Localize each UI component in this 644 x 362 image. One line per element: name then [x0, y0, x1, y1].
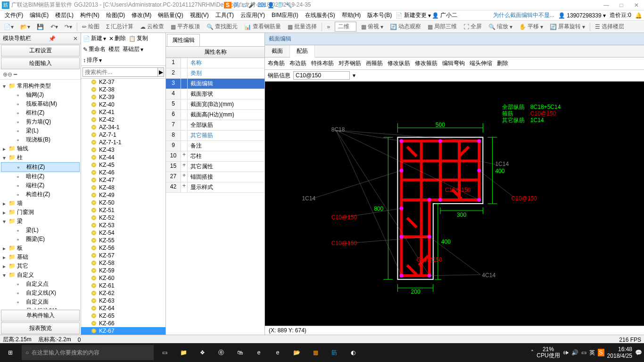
tree-item[interactable]: ▫端柱(Z)	[1, 181, 80, 190]
ie-icon[interactable]: e	[270, 345, 286, 361]
copy-component-button[interactable]: 📋复制	[129, 34, 148, 42]
local-3d-button[interactable]: ▦ 局部三维	[426, 22, 459, 32]
file-explorer-icon[interactable]: 📁	[175, 345, 191, 361]
component-row[interactable]: KZ-45	[81, 161, 165, 169]
menu-draw[interactable]: 绘图(D)	[103, 10, 128, 20]
component-row[interactable]: KZ-53	[81, 222, 165, 229]
nav-tree[interactable]: ▾ 📁 常用构件类型▫轴网(J)▫筏板基础(M)▫框柱(Z)▫剪力墙(Q)▫梁(…	[0, 80, 81, 309]
ime-bar[interactable]: S 英 ☺ 🎤 ⌨ 👤 👕 🔧	[224, 1, 292, 9]
tree-item[interactable]: ▫暗柱(Z)	[1, 172, 80, 181]
tree-group[interactable]: ▾ 📁 梁	[1, 217, 80, 226]
coin-label[interactable]: 造价豆:0	[610, 11, 631, 19]
tree-group[interactable]: ▸ 📁 板	[1, 244, 80, 253]
component-row[interactable]: KZ-59	[81, 267, 165, 274]
rebar-align-button[interactable]: 对齐钢筋	[339, 59, 361, 67]
tree-group[interactable]: ▸ 📁 其它	[1, 262, 80, 271]
menu-version[interactable]: 版本号(B)	[364, 10, 395, 20]
close-button[interactable]: ✕	[631, 2, 642, 8]
component-row[interactable]: KZ-61	[81, 282, 165, 289]
open-file-icon[interactable]: 📂▾	[18, 23, 32, 31]
new-file-icon[interactable]: 📄▾	[2, 23, 16, 31]
floor-combo[interactable]: 楼层	[108, 45, 120, 53]
dynamic-view-button[interactable]: 🔄 动态观察	[388, 22, 423, 32]
component-row[interactable]: KZ-52	[81, 214, 165, 222]
component-row[interactable]: KZ-39	[81, 93, 165, 101]
rebar-special-button[interactable]: 特殊布筋	[311, 59, 334, 67]
flat-top-button[interactable]: ▦ 平齐板顶	[169, 22, 202, 32]
start-button[interactable]: ⊞	[2, 344, 19, 361]
minimize-button[interactable]: —	[601, 2, 612, 8]
app-icon-2[interactable]: 📂	[289, 345, 305, 361]
component-row[interactable]: KZ-44	[81, 154, 165, 161]
edge2-icon[interactable]: e	[251, 345, 267, 361]
rebar-end-extend-button[interactable]: 端头伸缩	[470, 59, 492, 67]
app-icon-4[interactable]: 筋	[326, 345, 342, 361]
tree-group[interactable]: ▾ 📁 自定义	[1, 271, 80, 280]
acc-single-input[interactable]: 单构件输入	[1, 310, 80, 321]
component-row[interactable]: KZ-47	[81, 176, 165, 184]
app-icon-1[interactable]: ❖	[194, 345, 210, 361]
component-row[interactable]: KZ-42	[81, 116, 165, 123]
chevrons-icon[interactable]: »	[325, 23, 332, 31]
tree-item[interactable]: ▫剪力墙(Q)	[1, 117, 80, 126]
search-input[interactable]	[83, 67, 158, 77]
component-row[interactable]: AZ-34-1	[81, 123, 165, 131]
tray-up-icon[interactable]: ˄	[531, 349, 534, 356]
property-row[interactable]: 5截面宽(B边)(mm)	[166, 99, 264, 110]
ime-keyboard-icon[interactable]: ⌨	[257, 2, 265, 8]
app-icon-5[interactable]: ◐	[345, 345, 361, 361]
property-row[interactable]: 7全部纵筋	[166, 120, 264, 131]
cloud-check-button[interactable]: ☁ 云检查	[138, 22, 166, 32]
view-rebar-button[interactable]: 📊 查看钢筋量	[242, 22, 283, 32]
tree-item[interactable]: ▫尺寸标注(W)	[1, 306, 80, 309]
property-row[interactable]: 10+芯柱	[166, 151, 264, 162]
property-row[interactable]: 15+其它属性	[166, 162, 264, 172]
menu-edit[interactable]: 编辑(E)	[27, 10, 51, 20]
property-row[interactable]: 6截面高(H边)(mm)	[166, 110, 264, 120]
property-row[interactable]: 8其它箍筋	[166, 131, 264, 141]
component-row[interactable]: KZ-66	[81, 320, 165, 327]
new-change-button[interactable]: 📄新建变更 ▾	[396, 11, 431, 19]
pan-button[interactable]: ✋ 平移 ▾	[517, 22, 545, 32]
ime-mic-icon[interactable]: 🎤	[248, 2, 256, 8]
property-row[interactable]: 3截面编辑	[166, 79, 264, 89]
tree-group[interactable]: ▸ 📁 基础	[1, 253, 80, 262]
menu-floor[interactable]: 楼层(L)	[52, 10, 76, 20]
draw-button[interactable]: ✏ 绘图	[80, 22, 101, 32]
tree-item[interactable]: ▫自定义点	[1, 280, 80, 288]
component-row[interactable]: KZ-41	[81, 108, 165, 116]
acc-draw-input[interactable]: 绘图输入	[1, 58, 80, 69]
rebar-modify-long-button[interactable]: 修改纵筋	[388, 59, 410, 67]
rebar-corner-button[interactable]: 布角筋	[268, 59, 285, 67]
property-row[interactable]: 4截面形状	[166, 89, 264, 99]
component-row[interactable]: KZ-50	[81, 199, 165, 206]
user-label[interactable]: 👤广小二	[432, 11, 457, 19]
component-row[interactable]: KZ-37	[81, 78, 165, 86]
redo-icon[interactable]: ↷▾	[63, 23, 74, 31]
undo-icon[interactable]: ↶▾	[49, 23, 60, 31]
volume-icon[interactable]: 🔊	[571, 349, 578, 356]
tree-item[interactable]: ▫框柱(Z)	[1, 162, 80, 172]
rebar-modify-stirrup-button[interactable]: 修改箍筋	[415, 59, 438, 67]
component-row[interactable]: KZ-57	[81, 252, 165, 259]
sogou-icon[interactable]: S	[224, 2, 231, 8]
tip-link[interactable]: 为什么截面编辑中不显...	[493, 11, 554, 19]
zoom-button[interactable]: 🔍 缩放 ▾	[487, 22, 514, 32]
rename-component-button[interactable]: ✎重命名	[83, 45, 106, 53]
component-row[interactable]: KZ-67	[81, 327, 165, 335]
sum-button[interactable]: Σ 汇总计算	[104, 22, 135, 32]
component-row[interactable]: KZ-40	[81, 101, 165, 108]
menu-tool[interactable]: 工具(T)	[213, 10, 237, 20]
component-row[interactable]: KZ-55	[81, 237, 165, 244]
tree-item[interactable]: ▫自定义面	[1, 297, 80, 306]
tree-item[interactable]: ▫圈梁(E)	[1, 235, 80, 244]
menu-online[interactable]: 在线服务(S)	[302, 10, 338, 20]
component-row[interactable]: KZ-60	[81, 274, 165, 282]
find-element-button[interactable]: 🔍 查找图元	[205, 22, 239, 32]
tree-group[interactable]: ▸ 📁 轴线	[1, 144, 80, 153]
component-row[interactable]: KZ-43	[81, 146, 165, 154]
bell-icon[interactable]: 🔔	[635, 12, 642, 19]
property-row[interactable]: 1名称	[166, 58, 264, 68]
ime-emoji-icon[interactable]: ☺	[241, 2, 247, 8]
tree-expand-icon[interactable]: ⊕⊖	[3, 71, 12, 78]
